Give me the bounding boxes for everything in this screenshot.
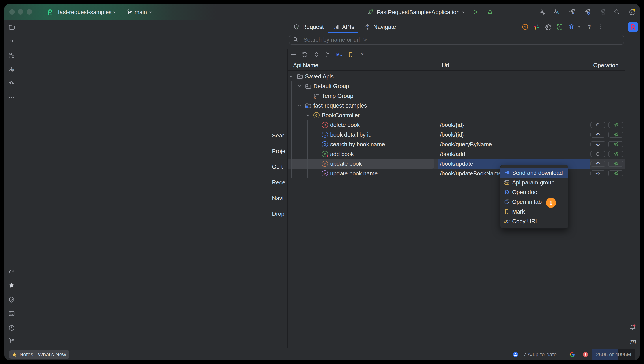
error-indicator-icon[interactable] <box>582 352 589 358</box>
tab-navigate[interactable]: Navigate <box>364 20 396 34</box>
column-separator[interactable] <box>589 60 589 70</box>
navigate-to-code-button[interactable] <box>590 141 605 148</box>
upgrade-icon[interactable] <box>522 23 529 30</box>
layers-dropdown-icon[interactable] <box>576 23 583 30</box>
favorites-star-icon[interactable] <box>7 281 16 290</box>
rocket-settings-icon[interactable] <box>583 8 591 16</box>
version-control-icon[interactable] <box>7 336 16 345</box>
markdown-export-icon[interactable]: M <box>336 51 342 58</box>
menu-item-copy-url[interactable]: Copy URL <box>500 216 568 226</box>
send-plane-icon <box>504 170 510 176</box>
tree-row[interactable]: Pupdate book name/book/updateBookName <box>287 168 625 178</box>
endpoints-gauge-icon[interactable] <box>7 267 16 276</box>
more-horizontal-icon[interactable] <box>7 93 16 102</box>
plugins-icon[interactable] <box>7 78 16 87</box>
column-header-url[interactable]: Url <box>442 60 449 70</box>
status-notes-item[interactable]: Notes - What's New <box>9 350 70 359</box>
slack-icon[interactable] <box>533 23 540 30</box>
services-icon[interactable] <box>7 295 16 304</box>
settings-icon[interactable] <box>628 8 636 16</box>
terminal-icon[interactable] <box>7 309 16 318</box>
tree-row[interactable]: Ddelete book/book/{id} <box>287 120 625 130</box>
project-folder-icon[interactable] <box>7 23 16 32</box>
tree-row[interactable]: Gsearch by book name/book/queryByName <box>287 140 625 149</box>
column-header-operation[interactable]: Operation <box>593 60 618 70</box>
menu-item-mark[interactable]: Mark <box>500 207 568 216</box>
tree-row[interactable]: Temp Group <box>287 91 625 101</box>
collapse-all-icon[interactable] <box>325 51 331 58</box>
remove-dash-icon[interactable] <box>290 51 297 58</box>
tab-apis[interactable]: APIs <box>333 20 354 34</box>
search-icon[interactable] <box>613 8 620 16</box>
rocket-cloud-icon[interactable] <box>598 8 606 16</box>
commit-icon[interactable] <box>7 36 16 46</box>
google-icon[interactable] <box>569 352 575 358</box>
menu-item-open-in-tab[interactable]: Open in tab <box>500 197 568 207</box>
search-icon[interactable] <box>292 36 299 43</box>
tree-row[interactable]: fast-request-samples <box>287 101 625 110</box>
hide-toolwindow-icon[interactable] <box>609 23 616 30</box>
incoming-commits-icon[interactable] <box>512 352 518 358</box>
tree-row[interactable]: Default Group <box>287 81 625 91</box>
column-separator[interactable] <box>438 60 438 70</box>
tool-button-m[interactable]: m <box>625 337 639 346</box>
more-icon[interactable] <box>597 23 604 30</box>
problems-icon[interactable] <box>7 324 16 332</box>
tree-row[interactable]: CBookController <box>287 110 625 120</box>
tree-row[interactable]: Gbook detail by id/book/{id} <box>287 130 625 140</box>
tree-expand-chevron[interactable] <box>297 84 302 88</box>
tree-expand-chevron[interactable] <box>289 74 293 79</box>
scan-icon[interactable] <box>556 23 563 30</box>
run-more-icon[interactable] <box>502 8 509 16</box>
structure-icon[interactable] <box>7 51 16 60</box>
navigate-to-code-button[interactable] <box>590 161 605 167</box>
window-zoom-button[interactable] <box>27 9 32 14</box>
user-plus-icon[interactable] <box>539 8 546 16</box>
expand-all-icon[interactable] <box>313 51 320 58</box>
tree-node-name: book detail by id <box>330 130 372 140</box>
tree-expand-chevron[interactable] <box>305 113 310 118</box>
method-d-icon: D <box>322 122 328 128</box>
tab-request[interactable]: Request <box>293 20 324 34</box>
send-request-button[interactable] <box>608 132 623 138</box>
help-icon[interactable]: ? <box>359 51 366 58</box>
branch-selector[interactable]: main <box>135 4 147 20</box>
navigate-to-code-button[interactable] <box>590 132 605 138</box>
send-request-button[interactable] <box>608 141 623 148</box>
tree-row[interactable]: Pupdate book/book/update <box>287 159 625 168</box>
search-input[interactable]: Search by name or url -> <box>289 35 624 44</box>
learn-icon[interactable]: ? <box>7 64 16 73</box>
tree-row[interactable]: Padd book/book/add <box>287 149 625 159</box>
rocket-run-icon[interactable] <box>568 8 575 16</box>
window-minimize-button[interactable] <box>18 9 23 14</box>
navigate-to-code-button[interactable] <box>590 170 605 176</box>
search-options-icon[interactable] <box>615 37 621 42</box>
help-icon[interactable]: ? <box>586 23 593 30</box>
run-configuration-selector[interactable]: FastRequestSamplesApplication <box>377 4 460 20</box>
run-button[interactable] <box>472 8 479 16</box>
navigate-to-code-button[interactable] <box>590 151 605 157</box>
send-request-button[interactable] <box>608 161 623 167</box>
column-header-api-name[interactable]: Api Name <box>293 60 318 70</box>
send-request-button[interactable] <box>608 122 623 128</box>
menu-item-api-param-group[interactable]: Api param group <box>500 178 568 187</box>
fast-request-tool-button[interactable]: R <box>628 22 638 32</box>
tree-expand-chevron[interactable] <box>297 103 302 108</box>
navigate-to-code-button[interactable] <box>590 122 605 128</box>
layers-icon[interactable] <box>568 23 575 30</box>
send-request-button[interactable] <box>608 151 623 157</box>
project-selector[interactable]: fast-request-samples <box>58 4 112 20</box>
notifications-bell-icon[interactable] <box>628 323 637 332</box>
menu-item-send-and-download[interactable]: Send and download <box>500 168 568 178</box>
settings-icon[interactable] <box>545 23 552 30</box>
send-request-button[interactable] <box>608 170 623 176</box>
vcs-status[interactable]: 17 Δ/up-to-date <box>520 349 557 360</box>
tree-row[interactable]: Saved Apis <box>287 72 625 81</box>
menu-item-open-doc[interactable]: Open doc <box>500 187 568 197</box>
refresh-icon[interactable] <box>301 51 308 58</box>
bookmark-icon[interactable] <box>347 51 354 58</box>
translate-icon[interactable]: A <box>553 8 560 16</box>
memory-indicator[interactable]: 2506 of 4096M <box>592 349 635 360</box>
window-close-button[interactable] <box>10 9 15 14</box>
debug-button[interactable] <box>487 8 494 16</box>
